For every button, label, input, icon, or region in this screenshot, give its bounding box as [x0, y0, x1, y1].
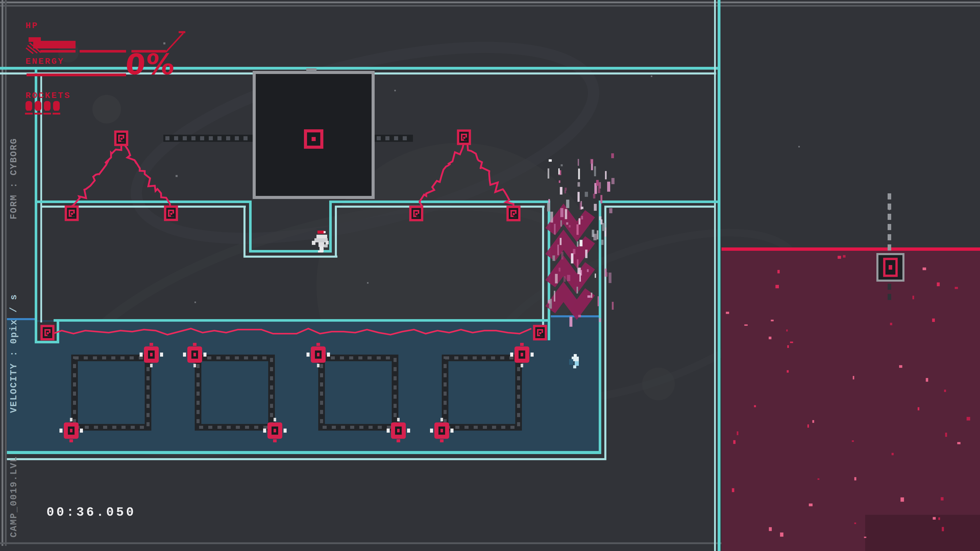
energy-percent-value: 0%	[124, 50, 177, 79]
hp-label: HP	[25, 21, 38, 30]
run-timer: 00:36.050	[46, 505, 136, 519]
game-viewport[interactable]: HP ENERGY 0% ROCKETS FORM : CYBORG VELOC…	[0, 0, 980, 551]
velocity-indicator-label: VELOCITY : 0pix / s	[7, 270, 21, 436]
water-pool	[7, 315, 600, 452]
level-filename-label: CAMP_0019.LVL	[7, 449, 21, 544]
energy-label: ENERGY	[25, 57, 64, 66]
dark-box	[253, 68, 375, 199]
form-indicator-label: FORM : CYBORG	[7, 112, 21, 245]
red-hazard-zone	[721, 193, 980, 551]
rockets-label: ROCKETS	[25, 91, 71, 100]
level-graphics	[0, 0, 980, 551]
